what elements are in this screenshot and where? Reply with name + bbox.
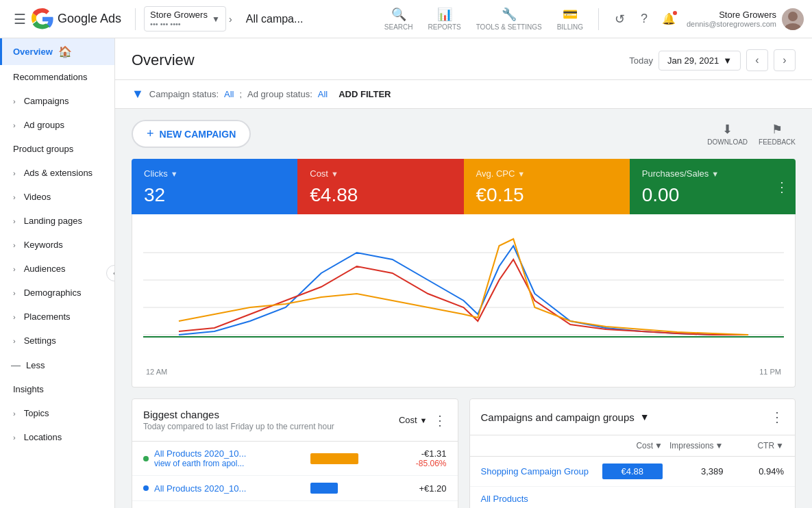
biggest-changes-dropdown[interactable]: Cost ▼ [399,415,428,425]
campaign-name-2[interactable]: All Products [481,494,602,504]
metric-avg-cpc-label: Avg. CPC [476,168,515,179]
metric-purchases-value: 0.00 [642,184,783,206]
sidebar-item-locations[interactable]: › Locations [0,425,114,449]
sidebar-item-product-groups[interactable]: Product groups [0,137,114,161]
sidebar-item-campaigns[interactable]: › Campaigns [0,89,114,113]
ad-group-status-link[interactable]: All [318,89,328,99]
search-label: SEARCH [384,23,413,31]
main-content: + NEW CAMPAIGN ⬇ DOWNLOAD ⚑ FEEDBACK [115,109,812,508]
filter-icon: ▼ [132,87,144,101]
metric-avg-cpc[interactable]: Avg. CPC ▼ €0.15 [464,159,630,214]
sidebar-item-ads-extensions[interactable]: › Ads & extensions [0,161,114,185]
page-header: Overview Today Jan 29, 2021 ▼ ‹ › [115,38,812,80]
new-campaign-button[interactable]: + NEW CAMPAIGN [132,120,251,148]
col-header-ctr[interactable]: CTR ▼ [724,441,785,450]
sidebar-item-placements[interactable]: › Placements [0,305,114,329]
tools-label: TOOLS & SETTINGS [476,23,542,31]
date-prev-button[interactable]: ‹ [746,49,768,71]
row-campaign-name-1[interactable]: All Products 2020_10... [154,448,264,459]
metric-purchases-header: Purchases/Sales ▼ [642,168,783,179]
demographics-arrow-icon: › [13,289,16,297]
feedback-button[interactable]: ⚑ FEEDBACK [759,122,796,146]
app-name: Google Ads [58,12,121,26]
sidebar-item-insights[interactable]: Insights [0,377,114,401]
minus-icon: — [11,359,21,370]
sidebar-item-overview[interactable]: Overview 🏠 [0,38,114,65]
reports-nav-btn[interactable]: 📊 REPORTS [421,3,468,35]
sidebar: Overview 🏠 Recommendations › Campaigns ›… [0,38,115,508]
search-nav-btn[interactable]: 🔍 SEARCH [378,3,420,35]
col-header-name [481,441,602,450]
col-header-impressions[interactable]: Impressions ▼ [663,441,724,450]
ad-group-status-label: Ad group status: [247,89,312,99]
sidebar-item-keywords[interactable]: › Keywords [0,233,114,257]
metric-cost[interactable]: Cost ▼ €4.88 [297,159,463,214]
account-name: Store Growers [150,10,208,20]
campaign-selector[interactable]: All campa... [246,13,367,25]
new-campaign-label: NEW CAMPAIGN [160,129,236,140]
feedback-label: FEEDBACK [759,138,796,146]
insights-label: Insights [13,384,44,394]
audiences-arrow-icon: › [13,265,16,273]
biggest-changes-dropdown-label: Cost [399,415,417,425]
date-next-button[interactable]: › [774,49,796,71]
bar-yellow-1 [310,453,358,464]
metric-purchases[interactable]: Purchases/Sales ▼ 0.00 ⋮ [630,159,796,214]
hamburger-menu[interactable]: ☰ [8,5,32,33]
ctr-col-label: CTR [757,441,774,450]
campaign-name-1[interactable]: Shopping Campaign Group [481,466,602,477]
ads-arrow-icon: › [13,169,16,177]
add-filter-button[interactable]: ADD FILTER [339,89,391,99]
metric-avg-cpc-header: Avg. CPC ▼ [476,168,617,179]
user-menu[interactable]: Store Growers dennis@storegrowers.com [687,8,804,30]
table-row: All Products 2020_10... view of earth fr… [132,442,458,476]
campaigns-panel-dropdown[interactable]: Campaigns and campaign groups ▼ [481,411,650,423]
metric-clicks[interactable]: Clicks ▼ 32 [132,159,297,214]
metric-purchases-arrow-icon: ▼ [711,170,719,178]
search-icon: 🔍 [391,7,406,22]
campaign-status-link[interactable]: All [224,89,234,99]
bottom-panels: Biggest changes Today compared to last F… [132,398,796,508]
chart-svg [143,225,784,362]
col-header-cost[interactable]: Cost ▼ [602,441,663,450]
sidebar-less-collapse[interactable]: — Less [0,353,114,377]
refresh-button[interactable]: ↺ [607,7,632,31]
user-avatar[interactable] [782,8,804,30]
placements-arrow-icon: › [13,313,16,321]
campaigns-table-header: Cost ▼ Impressions ▼ CTR ▼ [470,435,796,457]
help-button[interactable]: ? [632,7,656,31]
toolbar-actions: ⬇ DOWNLOAD ⚑ FEEDBACK [707,122,796,146]
account-selector[interactable]: Store Growers ••• ••• •••• ▼ [144,6,226,31]
metric-clicks-value: 32 [144,184,285,206]
campaigns-panel-more-button[interactable]: ⋮ [770,409,784,425]
adgroups-label: Ad groups [24,120,64,130]
notifications-button[interactable]: 🔔 [656,7,681,31]
row-name-1: All Products 2020_10... view of earth fr… [154,448,305,468]
sidebar-item-recommendations[interactable]: Recommendations [0,65,114,89]
sidebar-item-landing-pages[interactable]: › Landing pages [0,209,114,233]
ads-label: Ads & extensions [24,168,93,178]
sidebar-item-topics[interactable]: › Topics [0,401,114,425]
billing-nav-btn[interactable]: 💳 BILLING [550,3,590,35]
campaigns-label: Campaigns [24,96,69,106]
tools-nav-btn[interactable]: 🔧 TOOLS & SETTINGS [469,3,549,35]
sidebar-item-videos[interactable]: › Videos [0,185,114,209]
metric-cost-value: €4.88 [310,184,451,206]
sidebar-item-adgroups[interactable]: › Ad groups [0,113,114,137]
settings-label: Settings [24,335,56,346]
sidebar-item-demographics[interactable]: › Demographics [0,281,114,305]
row-campaign-sub-1[interactable]: view of earth from apol... [154,459,264,468]
row-campaign-name-2[interactable]: All Products 2020_10... [154,483,264,494]
biggest-changes-more-button[interactable]: ⋮ [433,412,447,429]
date-picker-button[interactable]: Jan 29, 2021 ▼ [659,51,741,71]
campaigns-panel-title: Campaigns and campaign groups [481,411,635,423]
topics-arrow-icon: › [13,409,16,418]
download-button[interactable]: ⬇ DOWNLOAD [707,122,748,146]
date-controls: Today Jan 29, 2021 ▼ ‹ › [629,49,796,71]
download-label: DOWNLOAD [707,138,748,146]
sidebar-item-settings[interactable]: › Settings [0,329,114,353]
metric-more-button[interactable]: ⋮ [775,179,789,195]
today-label: Today [629,55,653,66]
chart-x-start: 12 AM [146,368,167,376]
sidebar-item-audiences[interactable]: › Audiences [0,257,114,281]
